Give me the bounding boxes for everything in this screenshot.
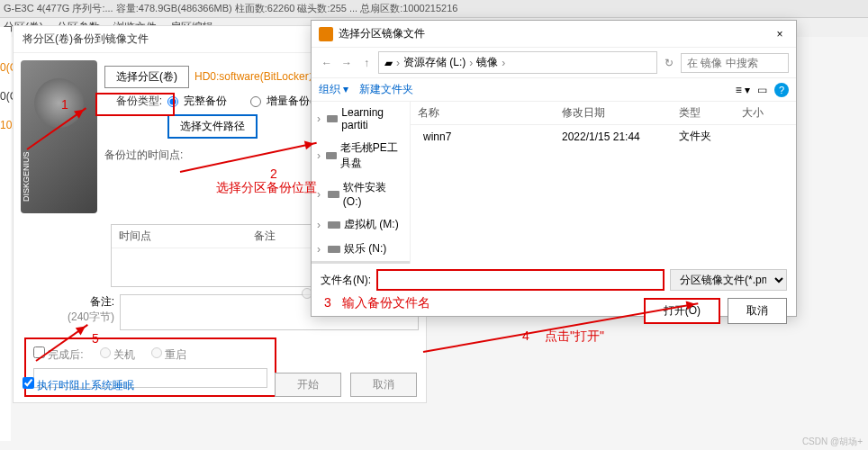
tree-item[interactable]: ›虚拟机 (M:) [312,212,410,237]
folder-tree[interactable]: ›Learning partiti ›老毛桃PE工具盘 ›软件安装 (O:) ›… [312,102,411,264]
disk-image: DISKGENIUS [21,60,97,213]
close-icon[interactable]: × [771,28,789,40]
nav-back-icon[interactable]: ← [319,55,335,71]
filename-input[interactable] [376,269,665,291]
start-button[interactable]: 开始 [275,373,341,397]
anno-4-text: 点击"打开" [545,328,604,345]
nav-up-icon[interactable]: ↑ [358,55,375,71]
col-remark: 备注 [247,225,283,248]
dlg-cancel-button[interactable]: 取消 [728,298,787,324]
list-item[interactable]: winn7 2022/1/15 21:44 文件夹 [411,125,796,148]
col-size[interactable]: 大小 [735,102,780,124]
help-icon[interactable]: ? [774,83,789,97]
timepoints-label: 备份过的时间点: [104,148,183,163]
view-icon[interactable]: ≡ ▾ [736,84,750,96]
preview-icon[interactable]: ▭ [757,84,767,96]
left-rail: 0(C 0(C 102 [0,27,11,441]
remark-label: 备注: [68,294,114,310]
tree-item[interactable]: ›Learning partiti [312,102,410,136]
full-backup-label: 完整备份 [184,94,227,109]
anno-4: 4 [522,328,529,343]
col-name[interactable]: 名称 [411,102,555,124]
drive-icon: ▰ [384,57,393,69]
refresh-icon[interactable]: ↻ [661,55,677,71]
filename-label: 文件名(N): [321,273,371,288]
inc-backup-radio[interactable] [250,96,261,107]
restart-radio [151,347,162,358]
choose-partition-button[interactable]: 选择分区(卷) [104,66,189,88]
app-titlebar: G-E3C 4(477G 序列号:... 容量:478.9GB(486366MB… [0,0,868,18]
shutdown-radio [100,347,111,358]
tree-item[interactable]: ›娱乐 (N:) [312,237,410,261]
filetype-select[interactable]: 分区镜像文件(*.pmf) [670,269,787,291]
choose-path-button[interactable]: 选择文件路径 [167,114,258,139]
search-input[interactable] [681,53,789,73]
prevent-sleep-check[interactable]: 执行时阻止系统睡眠 [23,377,134,393]
file-dialog-title: 选择分区镜像文件 [339,26,425,41]
file-list[interactable]: 名称 修改日期 类型 大小 winn7 2022/1/15 21:44 文件夹 [411,102,796,264]
remark-hint: (240字节) [68,310,114,325]
app-icon [319,27,333,41]
address-bar[interactable]: ▰ › 资源存储 (L:) › 镜像 › [378,51,657,74]
tree-item-selected[interactable]: ›资源存储 (L:) [312,261,410,264]
backup-type-label: 备份类型: [104,94,162,109]
full-backup-radio[interactable] [167,96,178,107]
tree-item[interactable]: ›老毛桃PE工具盘 [312,136,410,176]
tree-item[interactable]: ›软件安装 (O:) [312,176,410,212]
file-dialog: 选择分区镜像文件 × ← → ↑ ▰ › 资源存储 (L:) › 镜像 › ↻ … [311,20,797,317]
cancel-button[interactable]: 取消 [350,373,417,397]
col-time: 时间点 [112,225,247,248]
new-folder-button[interactable]: 新建文件夹 [359,82,413,97]
col-type[interactable]: 类型 [672,102,735,124]
col-date[interactable]: 修改日期 [555,102,672,124]
nav-fwd-icon[interactable]: → [339,55,355,71]
organize-menu[interactable]: 组织 ▾ [319,82,348,97]
watermark: CSDN @胡场+ [802,436,863,448]
